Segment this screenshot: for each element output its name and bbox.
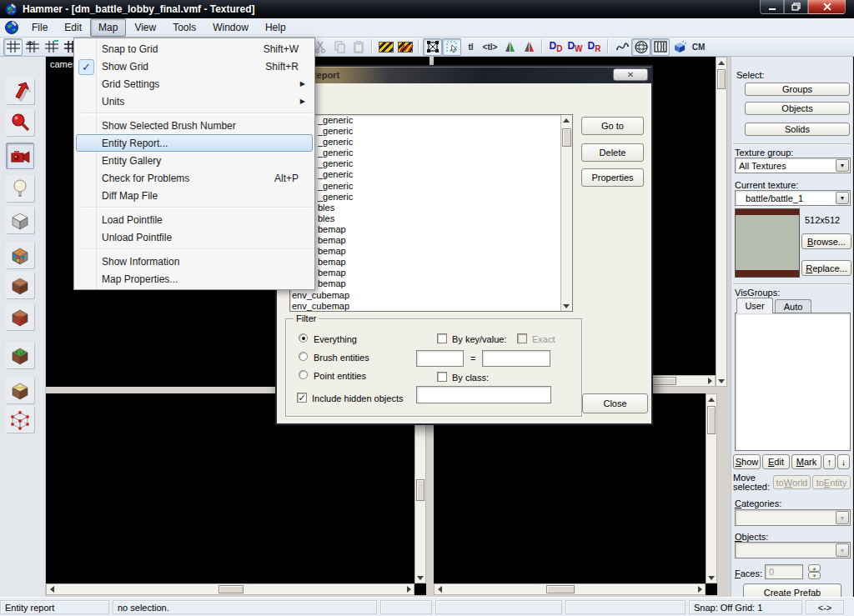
faces-spinner-up[interactable]: ▲ bbox=[808, 564, 821, 572]
apply-decals-tool-icon[interactable] bbox=[6, 303, 34, 330]
entity-list-item[interactable]: _generic bbox=[290, 148, 572, 158]
current-texture-combobox[interactable]: battle/battle_1 ▼ bbox=[735, 190, 851, 206]
overlay-tool-icon[interactable] bbox=[6, 342, 34, 368]
entity-list-scrollbar[interactable] bbox=[560, 115, 572, 311]
visgroups-tab-auto[interactable]: Auto bbox=[775, 299, 811, 313]
restore-button[interactable] bbox=[784, 0, 808, 14]
title-bar[interactable]: Hammer - [dm_battle_lobby_final.vmf - Te… bbox=[0, 0, 854, 18]
menu-item-show-grid[interactable]: ✓Show GridShift+R bbox=[76, 58, 313, 75]
striped-box-icon[interactable] bbox=[651, 38, 670, 56]
camera-tool-icon[interactable] bbox=[6, 143, 34, 169]
properties-button[interactable]: Properties bbox=[581, 168, 644, 187]
menu-item-load-pointfile[interactable]: Load Pointfile bbox=[76, 211, 313, 228]
viewport-side-h-scrollbar[interactable] bbox=[434, 583, 706, 595]
magnify-select-icon[interactable] bbox=[442, 38, 461, 56]
toggle-2d-grid-icon[interactable] bbox=[3, 38, 23, 56]
faces-spinner-down[interactable]: ▼ bbox=[808, 572, 821, 579]
goto-button[interactable]: Go to bbox=[581, 117, 644, 135]
viewport-top-v-scrollbar[interactable] bbox=[716, 57, 727, 387]
menu-item-check-for-problems[interactable]: Check for ProblemsAlt+P bbox=[76, 169, 313, 187]
squiggle-icon[interactable] bbox=[612, 38, 631, 56]
dw-icon[interactable]: DW bbox=[565, 38, 585, 56]
block-tool-icon[interactable] bbox=[6, 207, 34, 233]
menubar-item-file[interactable]: File bbox=[23, 18, 56, 37]
close-button[interactable] bbox=[808, 0, 846, 14]
menu-item-show-selected-brush-number[interactable]: Show Selected Brush Number bbox=[76, 117, 313, 134]
close-dialog-button[interactable]: Close bbox=[582, 393, 648, 413]
menubar-item-help[interactable]: Help bbox=[257, 18, 294, 37]
entity-list-item[interactable]: _generic bbox=[290, 158, 572, 169]
wedge-green-icon[interactable] bbox=[500, 38, 519, 56]
entity-list-item[interactable]: bemap bbox=[290, 257, 572, 268]
entity-list-item[interactable]: bemap bbox=[290, 278, 572, 289]
menu-item-snap-to-grid[interactable]: Snap to GridShift+W bbox=[76, 40, 313, 58]
visgroup-mark-button[interactable]: Mark bbox=[791, 454, 821, 469]
selection-tool-icon[interactable] bbox=[6, 78, 34, 104]
faces-input[interactable]: 0 bbox=[765, 564, 803, 579]
entity-list-item[interactable]: _generic bbox=[290, 169, 572, 180]
keyvalue-value-input[interactable] bbox=[482, 350, 550, 367]
texture-group-combobox[interactable]: All Textures ▼ bbox=[735, 158, 851, 173]
menu-item-map-properties[interactable]: Map Properties... bbox=[76, 270, 313, 288]
exact-checkbox[interactable] bbox=[517, 333, 527, 343]
entity-tool-icon[interactable] bbox=[6, 175, 34, 202]
delete-button[interactable]: Delete bbox=[581, 143, 644, 162]
entity-list-item[interactable]: _generic bbox=[290, 115, 572, 126]
replace-button[interactable]: Replace... bbox=[801, 260, 851, 276]
radio-point-entities[interactable] bbox=[299, 370, 308, 379]
entity-list-item[interactable]: bemap bbox=[290, 246, 572, 257]
texture-application-tool-icon[interactable] bbox=[6, 242, 34, 268]
wedge-red-icon[interactable] bbox=[519, 38, 538, 56]
select-solids-button[interactable]: Solids bbox=[745, 123, 850, 136]
radio-brush-entities[interactable] bbox=[299, 352, 308, 361]
hazard-stripes-icon[interactable] bbox=[376, 38, 395, 56]
menubar-item-map[interactable]: Map bbox=[90, 18, 126, 37]
toworld-button[interactable]: toWorld bbox=[773, 475, 811, 489]
entity-list-item[interactable]: _generic bbox=[290, 126, 572, 137]
magnify-tool-icon[interactable] bbox=[6, 109, 34, 136]
entity-list-item[interactable]: bemap bbox=[290, 268, 572, 278]
visgroup-down-button[interactable]: ↓ bbox=[837, 454, 850, 469]
select-groups-button[interactable]: Groups bbox=[745, 83, 850, 96]
entity-list-item[interactable]: bles bbox=[290, 213, 572, 224]
sphere-icon[interactable] bbox=[631, 38, 651, 56]
cordon-icon[interactable]: CM bbox=[689, 38, 708, 56]
copy-icon[interactable] bbox=[329, 38, 349, 56]
dialog-close-icon[interactable]: ✕ bbox=[613, 68, 648, 81]
paste-icon[interactable] bbox=[349, 38, 368, 56]
entity-list-item[interactable]: env_cubemap bbox=[290, 290, 572, 301]
visgroups-list[interactable] bbox=[735, 313, 851, 451]
menubar-item-tools[interactable]: Tools bbox=[164, 18, 204, 37]
menu-item-grid-settings[interactable]: Grid Settings▶ bbox=[76, 75, 313, 93]
menu-item-show-information[interactable]: Show Information bbox=[76, 253, 313, 270]
select-objects-button[interactable]: Objects bbox=[745, 102, 850, 115]
class-combobox[interactable] bbox=[416, 386, 551, 403]
visgroup-show-button[interactable]: Show bbox=[733, 454, 761, 469]
browse-button[interactable]: Browse... bbox=[801, 233, 851, 249]
hazard-cross-icon[interactable] bbox=[395, 38, 414, 56]
menubar-item-window[interactable]: Window bbox=[204, 18, 257, 37]
minimize-button[interactable] bbox=[760, 0, 784, 14]
menu-item-unload-pointfile[interactable]: Unload Pointfile bbox=[76, 228, 313, 246]
entity-list-item[interactable]: env_cubemap bbox=[290, 301, 572, 312]
objects-combobox[interactable]: ▼ bbox=[735, 542, 851, 558]
smaller-grid-icon[interactable] bbox=[42, 38, 61, 56]
texture-scale-lock-icon[interactable]: <tl> bbox=[480, 38, 500, 56]
by-keyvalue-checkbox[interactable] bbox=[437, 333, 447, 343]
vertex-tool-icon[interactable] bbox=[6, 406, 34, 433]
entity-list-item[interactable]: _generic bbox=[290, 181, 572, 192]
visgroup-up-button[interactable]: ↑ bbox=[823, 454, 836, 469]
apply-current-texture-tool-icon[interactable] bbox=[6, 272, 34, 298]
dialog-title-bar[interactable]: Entity Report ✕ bbox=[277, 67, 651, 83]
include-hidden-checkbox[interactable]: ✓ bbox=[297, 393, 307, 403]
entity-list-item[interactable]: bemap bbox=[290, 224, 572, 235]
visgroup-edit-button[interactable]: Edit bbox=[762, 454, 790, 469]
create-prefab-button[interactable]: Create Prefab bbox=[743, 583, 841, 597]
entity-list-item[interactable]: bemap bbox=[290, 235, 572, 246]
categories-combobox[interactable]: ▼ bbox=[735, 509, 851, 526]
toggle-3d-grid-icon[interactable]: 3D bbox=[23, 38, 42, 56]
menu-item-diff-map-file[interactable]: Diff Map File bbox=[76, 187, 313, 204]
clipping-tool-icon[interactable] bbox=[6, 377, 34, 403]
menu-item-entity-gallery[interactable]: Entity Gallery bbox=[76, 152, 313, 169]
current-texture-dropdown-arrow[interactable]: ▼ bbox=[836, 192, 849, 204]
